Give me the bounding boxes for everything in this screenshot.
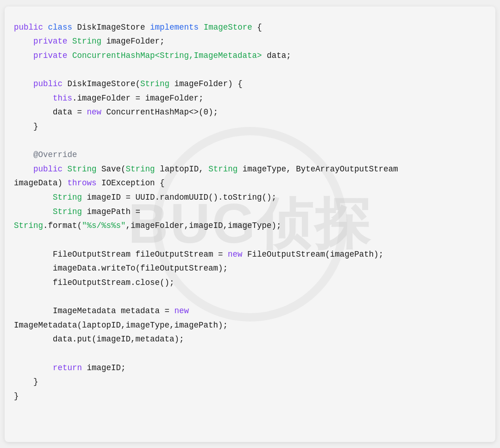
code-line-8: } xyxy=(14,120,481,134)
code-line-7: data = new ConcurrentHashMap<>(0); xyxy=(14,105,481,120)
code-line-24 xyxy=(14,347,481,361)
code-container: BUG侦探 public class DiskImageStore implem… xyxy=(5,6,495,442)
code-line-21: ImageMetadata metadata = new xyxy=(14,304,481,318)
code-line-20 xyxy=(14,290,481,304)
code-line-11: public String Save(String laptopID, Stri… xyxy=(14,162,481,177)
code-line-12: imageData) throws IOException { xyxy=(14,176,481,190)
code-line-5: public DiskImageStore(String imageFolder… xyxy=(14,77,481,91)
code-line-23: data.put(imageID,metadata); xyxy=(14,332,481,347)
code-line-4 xyxy=(14,63,481,77)
code-line-25: return imageID; xyxy=(14,361,481,375)
code-line-19: fileOutputStream.close(); xyxy=(14,276,481,290)
code-line-22: ImageMetadata(laptopID,imageType,imagePa… xyxy=(14,318,481,333)
code-line-3: private ConcurrentHashMap<String,ImageMe… xyxy=(14,49,481,63)
code-line-27: } xyxy=(14,389,481,404)
code-line-14: String imagePath = xyxy=(14,205,481,219)
code-line-2: private String imageFolder; xyxy=(14,34,481,49)
code-line-10: @Override xyxy=(14,148,481,162)
code-block: public class DiskImageStore implements I… xyxy=(14,20,481,404)
code-line-18: imageData.writeTo(fileOutputStream); xyxy=(14,261,481,276)
code-line-6: this.imageFolder = imageFolder; xyxy=(14,91,481,106)
code-line-15: String.format("%s/%s%s",imageFolder,imag… xyxy=(14,219,481,233)
code-line-13: String imageID = UUID.randomUUID().toStr… xyxy=(14,190,481,205)
code-line-1: public class DiskImageStore implements I… xyxy=(14,20,481,35)
code-line-17: FileOutputStream fileOutputStream = new … xyxy=(14,247,481,262)
code-line-16 xyxy=(14,233,481,247)
code-line-26: } xyxy=(14,375,481,389)
code-line-9 xyxy=(14,134,481,148)
